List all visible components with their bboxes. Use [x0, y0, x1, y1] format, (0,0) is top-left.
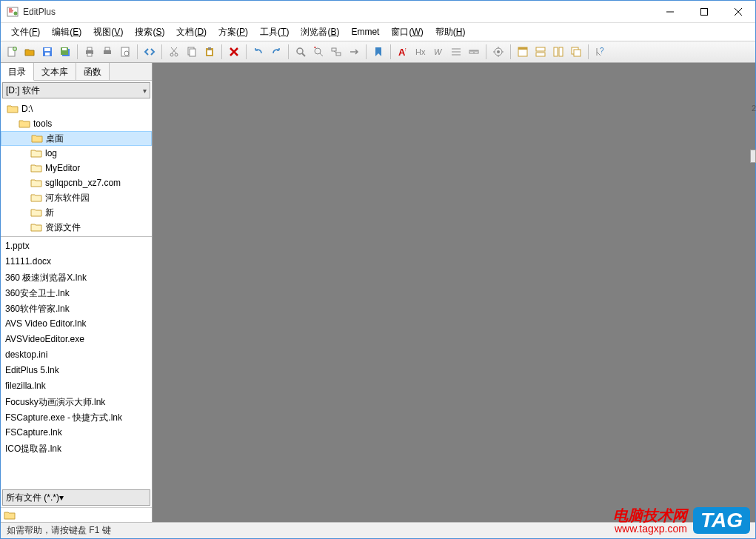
drive-selected-text: [D:] 软件: [6, 84, 143, 97]
tree-folder[interactable]: 资源文件: [1, 220, 152, 235]
copy-icon[interactable]: [184, 44, 200, 60]
tab-cliptext[interactable]: 文本库: [34, 63, 76, 80]
svg-point-21: [170, 53, 173, 56]
tree-folder[interactable]: 新: [1, 205, 152, 220]
tile-v-icon[interactable]: [550, 44, 566, 60]
printer-icon[interactable]: [99, 44, 116, 60]
maximize-button[interactable]: [687, 1, 721, 23]
chevron-down-icon: ▾: [59, 492, 64, 503]
heading-icon[interactable]: Hx: [412, 44, 429, 60]
file-item[interactable]: 1.pptx: [1, 239, 152, 255]
svg-rect-41: [518, 47, 527, 50]
word-wrap-icon[interactable]: W: [430, 44, 446, 60]
replace-icon[interactable]: [328, 44, 344, 60]
menu-w[interactable]: 窗口(W): [385, 24, 429, 41]
menu-e[interactable]: 编辑(E): [46, 24, 87, 41]
tree-folder[interactable]: tools: [1, 116, 152, 131]
svg-rect-27: [207, 50, 212, 55]
delete-icon[interactable]: [226, 44, 242, 60]
cascade-icon[interactable]: [568, 44, 584, 60]
close-button[interactable]: [721, 1, 755, 23]
svg-point-22: [175, 53, 178, 56]
sidebar-tabs: 目录 文本库 函数: [1, 63, 152, 81]
drive-selector[interactable]: [D:] 软件 ▾: [2, 82, 150, 98]
help-icon[interactable]: ?: [592, 44, 609, 60]
file-filter-selector[interactable]: 所有文件 (*.*) ▾: [2, 489, 150, 506]
settings-icon[interactable]: [490, 44, 506, 60]
tree-folder[interactable]: sgllqpcnb_xz7.com: [1, 175, 152, 190]
file-item[interactable]: FSCapture.exe - 快捷方式.lnk: [1, 410, 152, 426]
tab-directory[interactable]: 目录: [1, 63, 34, 81]
file-item[interactable]: ICO提取器.lnk: [1, 441, 152, 457]
html-icon[interactable]: [141, 44, 158, 60]
folder-icon: [30, 207, 42, 218]
folder-icon: [4, 510, 16, 520]
menu-d[interactable]: 文档(D): [170, 24, 213, 41]
goto-icon[interactable]: [346, 44, 362, 60]
svg-text:↑: ↑: [404, 47, 407, 52]
toolbar-separator: [77, 44, 78, 59]
file-item[interactable]: AVS Video Editor.lnk: [1, 317, 152, 332]
menu-s[interactable]: 搜索(S): [129, 24, 170, 41]
svg-rect-44: [554, 47, 558, 56]
find-icon[interactable]: [292, 44, 309, 60]
print-icon[interactable]: [81, 44, 98, 60]
file-item[interactable]: EditPlus 5.lnk: [1, 364, 152, 379]
ruler-icon[interactable]: [466, 44, 482, 60]
tree-folder[interactable]: MyEditor: [1, 161, 152, 175]
save-all-icon[interactable]: [57, 44, 73, 60]
folder-icon: [19, 118, 30, 129]
chevron-down-icon: ▾: [143, 87, 147, 95]
minimize-button[interactable]: [653, 1, 687, 23]
titlebar[interactable]: EditPlus: [1, 1, 755, 23]
tree-label: 河东软件园: [45, 192, 90, 204]
open-icon[interactable]: [21, 44, 38, 60]
window-icon[interactable]: [515, 44, 531, 60]
editor-area[interactable]: [153, 63, 755, 522]
bookmark-icon[interactable]: [370, 44, 387, 60]
line-number-icon[interactable]: [448, 44, 464, 60]
file-item[interactable]: 360安全卫士.lnk: [1, 286, 152, 301]
menu-emmet[interactable]: Emmet: [345, 24, 385, 39]
directory-tree[interactable]: D:\tools桌面logMyEditorsgllqpcnb_xz7.com河东…: [1, 100, 152, 237]
tree-folder[interactable]: 桌面: [1, 131, 152, 146]
file-item[interactable]: AVSVideoEditor.exe: [1, 332, 152, 348]
file-item[interactable]: 11111.docx: [1, 255, 152, 270]
font-increase-icon[interactable]: A↑: [395, 44, 411, 60]
new-file-icon[interactable]: [4, 44, 20, 60]
preview-icon[interactable]: [117, 44, 133, 60]
file-item[interactable]: desktop.ini: [1, 348, 152, 364]
svg-rect-43: [536, 53, 545, 56]
svg-rect-13: [62, 48, 67, 50]
svg-rect-31: [332, 48, 336, 51]
toolbar-separator: [288, 44, 289, 59]
folder-icon: [30, 178, 42, 188]
tile-h-icon[interactable]: [532, 44, 549, 60]
file-item[interactable]: filezilla.lnk: [1, 379, 152, 395]
folder-icon: [7, 104, 19, 114]
redo-icon[interactable]: [268, 44, 284, 60]
tree-folder[interactable]: 河东软件园: [1, 190, 152, 205]
tree-folder[interactable]: log: [1, 146, 152, 161]
menu-p[interactable]: 方案(P): [213, 24, 254, 41]
menu-b[interactable]: 浏览器(B): [295, 24, 345, 41]
undo-icon[interactable]: [250, 44, 267, 60]
tab-functions[interactable]: 函数: [76, 63, 110, 80]
tree-label: tools: [33, 118, 52, 129]
paste-icon[interactable]: [201, 44, 218, 60]
file-item[interactable]: FSCapture.lnk: [1, 426, 152, 441]
find-prev-icon[interactable]: [310, 44, 327, 60]
statusbar: 如需帮助，请按键盘 F1 键: [1, 522, 755, 538]
file-list[interactable]: 1.pptx11111.docx360 极速浏览器X.lnk360安全卫士.ln…: [1, 237, 152, 488]
tree-folder[interactable]: D:\: [1, 101, 152, 116]
menu-f[interactable]: 文件(F): [5, 24, 46, 41]
cut-icon[interactable]: [166, 44, 182, 60]
menu-v[interactable]: 视图(V): [87, 24, 129, 41]
file-item[interactable]: Focusky动画演示大师.lnk: [1, 395, 152, 410]
menu-h[interactable]: 帮助(H): [429, 24, 472, 41]
file-item[interactable]: 360 极速浏览器X.lnk: [1, 270, 152, 286]
file-item[interactable]: 360软件管家.lnk: [1, 301, 152, 317]
toolbar-separator: [486, 44, 486, 59]
save-icon[interactable]: [39, 44, 56, 60]
menu-t[interactable]: 工具(T): [254, 24, 295, 41]
